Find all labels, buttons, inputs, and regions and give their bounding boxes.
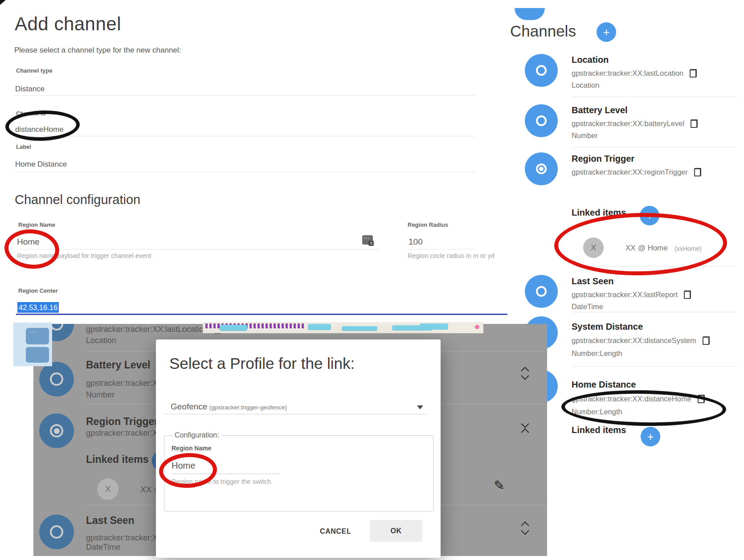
add-channel-button[interactable]: +: [597, 22, 616, 42]
copy-icon[interactable]: [690, 69, 697, 78]
profile-select-value: Geofence: [171, 402, 207, 411]
dimmed-channel-icon-last-seen: [39, 515, 74, 549]
copy-icon[interactable]: [691, 119, 698, 128]
map-blob: [220, 325, 247, 331]
region-radius-helper: Region circle radius in m or yd: [408, 252, 495, 259]
ok-button[interactable]: OK: [370, 520, 422, 542]
expand-icon: [521, 428, 529, 436]
dimmed-channel-title: Battery Level: [86, 359, 150, 371]
channel-title: System Distance: [572, 322, 643, 332]
dialog-region-name-label: Region Name: [172, 445, 211, 452]
map-sliver-artifact: [203, 322, 483, 333]
dimmed-channel-id: gpstracker:tracker:X: [86, 533, 158, 543]
dimmed-channel-type: Location: [86, 336, 116, 345]
profile-dialog: Select a Profile for the link: Geofence …: [156, 339, 441, 558]
region-center-input[interactable]: 42.53,16.16: [17, 302, 59, 313]
radio-selected-icon: [50, 424, 63, 437]
channel-configuration-title: Channel configuration: [15, 192, 140, 207]
copy-icon[interactable]: [684, 290, 691, 299]
channel-title: Battery Level: [572, 105, 628, 115]
copy-icon[interactable]: [694, 168, 701, 176]
plus-icon: +: [647, 430, 654, 444]
channel-title: Region Trigger: [572, 154, 634, 164]
extension-popup-artifact: ···: [13, 323, 52, 366]
region-center-label: Region Center: [18, 287, 58, 294]
configuration-legend: Configuration:: [172, 431, 221, 439]
dimmed-channel-id: gpstracker:tracker:XX:lastLocation: [86, 325, 208, 334]
channel-icon-last-seen: [525, 275, 558, 308]
region-name-label: Region Name: [18, 221, 55, 228]
radio-ring-icon: [536, 115, 547, 126]
map-blob: [308, 324, 331, 330]
profile-select-hint: (gpstracker:trigger-geofence): [209, 404, 287, 411]
copy-icon[interactable]: [703, 336, 710, 345]
page-title: Add channel: [15, 13, 121, 35]
map-dot: [475, 325, 479, 329]
channel-type-label: Channel type: [16, 67, 53, 74]
radio-selected-icon: [536, 164, 547, 174]
radio-dot: [54, 428, 60, 434]
badge-count: 3: [368, 241, 374, 246]
partial-circle-artifact: [515, 8, 545, 20]
row-divider: [572, 366, 737, 367]
cancel-button[interactable]: CANCEL: [317, 527, 354, 536]
channel-title: Last Seen: [572, 276, 613, 286]
channel-icon-location: [525, 54, 558, 87]
thumbnail-key: [26, 347, 49, 363]
channel-icon-battery: [525, 104, 558, 137]
channel-id: gpstracker:tracker:XX:lastReport: [572, 290, 678, 299]
row-divider: [572, 312, 737, 312]
region-name-underline: [17, 249, 380, 249]
dimmed-channel-icon-battery: [39, 362, 74, 396]
radio-dot: [539, 167, 544, 171]
dimmed-channel-id: gpstracker:tracker:X: [86, 379, 158, 388]
page: Add channel Please select a channel type…: [0, 0, 744, 560]
profile-select[interactable]: Geofence (gpstracker:trigger-geofence): [171, 402, 287, 412]
profile-select-underline: [164, 414, 427, 414]
dimmed-channel-type: DateTime: [86, 543, 120, 552]
dimmed-channel-title: Region Trigger: [86, 416, 158, 428]
map-blob: [420, 323, 448, 330]
annotation-ellipse-linked-item: [554, 212, 728, 277]
channel-type: DateTime: [572, 302, 603, 311]
channel-id: gpstracker:tracker:XX:distanceSystem: [572, 336, 696, 345]
region-center-focus-underline: [16, 314, 507, 315]
dimmed-channel-icon-region-trigger: [39, 413, 74, 448]
channel-type: Number:Length: [572, 349, 622, 358]
dimmed-channel-type: Number: [86, 390, 114, 400]
label-field-label: Label: [16, 143, 31, 150]
region-radius-input[interactable]: 100: [409, 237, 423, 247]
row-divider: [572, 147, 737, 147]
label-field-input[interactable]: Home Distance: [15, 160, 67, 169]
channels-panel-title: Channels: [510, 22, 576, 40]
radio-ring-icon: [536, 65, 547, 76]
add-linked-item-button[interactable]: +: [641, 427, 660, 446]
reorder-down-icon: [521, 527, 529, 535]
channel-icon-region-trigger: [525, 152, 558, 185]
radio-ring-icon: [50, 372, 63, 386]
channel-id: gpstracker:tracker:XX:batteryLevel: [572, 119, 684, 128]
label-field-underline: [15, 172, 475, 172]
radio-ring-icon: [50, 525, 63, 539]
plus-icon: +: [603, 25, 609, 39]
page-subtitle: Please select a channel type for the new…: [14, 46, 181, 55]
region-radius-label: Region Radius: [408, 221, 448, 228]
dimmed-channel-title: Last Seen: [86, 515, 135, 527]
channel-id: gpstracker:tracker:XX:regionTrigger: [572, 168, 688, 176]
row-divider: [572, 97, 737, 97]
dropdown-caret-icon[interactable]: [417, 405, 423, 409]
collapse-icon: [521, 420, 529, 428]
dimmed-linked-item-avatar: X: [97, 478, 119, 500]
channel-type: Location: [572, 81, 599, 90]
channel-title: Location: [572, 55, 609, 65]
corner-artifact: [0, 0, 6, 5]
channel-type-value[interactable]: Distance: [15, 85, 45, 94]
map-blob: [342, 326, 377, 331]
channel-id-underline: [15, 136, 475, 136]
region-radius-underline: [408, 249, 475, 249]
dimmed-channel-id: gpstracker:tracker:X: [86, 429, 158, 438]
channel-title: Home Distance: [572, 380, 636, 390]
form-filler-extension-icon[interactable]: ⋯ 3: [362, 235, 373, 245]
linked-items-label: Linked items: [572, 425, 626, 435]
reorder-down-icon: [521, 372, 529, 380]
